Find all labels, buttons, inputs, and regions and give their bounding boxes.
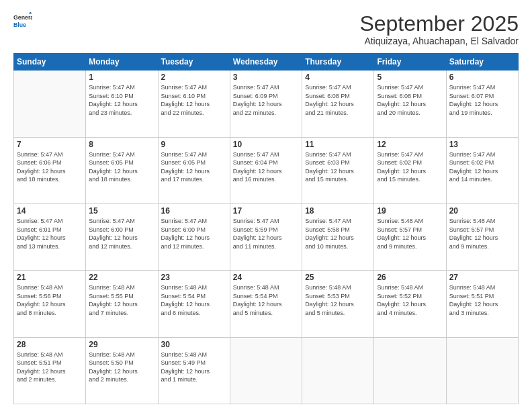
day-number: 8 (89, 140, 154, 149)
day-info: Sunrise: 5:47 AMSunset: 6:04 PMDaylight:… (233, 150, 299, 184)
day-number: 23 (161, 273, 227, 282)
calendar-cell: 30 Sunrise: 5:48 AMSunset: 5:49 PMDaylig… (158, 337, 230, 404)
calendar-cell: 3 Sunrise: 5:47 AMSunset: 6:09 PMDayligh… (230, 71, 302, 137)
month-title: September 2025 (359, 12, 519, 36)
svg-marker-2 (29, 12, 32, 13)
calendar-cell: 21 Sunrise: 5:48 AMSunset: 5:56 PMDaylig… (14, 271, 86, 337)
calendar-week-5: 28 Sunrise: 5:48 AMSunset: 5:51 PMDaylig… (14, 337, 519, 404)
calendar-cell (446, 337, 518, 404)
day-number: 5 (377, 73, 443, 82)
calendar-cell: 14 Sunrise: 5:47 AMSunset: 6:01 PMDaylig… (14, 203, 86, 270)
weekday-header-row: SundayMondayTuesdayWednesdayThursdayFrid… (14, 54, 519, 71)
calendar-cell: 4 Sunrise: 5:47 AMSunset: 6:08 PMDayligh… (302, 71, 374, 137)
calendar-cell (374, 337, 446, 404)
day-number: 26 (377, 273, 443, 282)
day-info: Sunrise: 5:48 AMSunset: 5:52 PMDaylight:… (377, 283, 443, 317)
weekday-header-monday: Monday (86, 54, 158, 71)
day-info: Sunrise: 5:47 AMSunset: 6:01 PMDaylight:… (17, 217, 83, 250)
day-number: 30 (161, 340, 227, 349)
day-info: Sunrise: 5:48 AMSunset: 5:57 PMDaylight:… (449, 217, 515, 250)
day-number: 7 (17, 140, 83, 149)
day-info: Sunrise: 5:47 AMSunset: 5:58 PMDaylight:… (305, 217, 371, 250)
calendar-cell: 20 Sunrise: 5:48 AMSunset: 5:57 PMDaylig… (446, 203, 518, 270)
day-number: 2 (161, 73, 227, 82)
calendar-cell: 5 Sunrise: 5:47 AMSunset: 6:08 PMDayligh… (374, 71, 446, 137)
calendar-cell: 16 Sunrise: 5:47 AMSunset: 6:00 PMDaylig… (158, 203, 230, 270)
calendar-cell: 1 Sunrise: 5:47 AMSunset: 6:10 PMDayligh… (86, 71, 158, 137)
header: General Blue September 2025 Atiquizaya, … (13, 12, 519, 46)
calendar-table: SundayMondayTuesdayWednesdayThursdayFrid… (13, 53, 519, 404)
day-info: Sunrise: 5:48 AMSunset: 5:49 PMDaylight:… (161, 351, 227, 384)
calendar-cell: 15 Sunrise: 5:47 AMSunset: 6:00 PMDaylig… (86, 203, 158, 270)
day-info: Sunrise: 5:48 AMSunset: 5:56 PMDaylight:… (17, 283, 83, 317)
day-number: 3 (233, 73, 299, 82)
day-number: 14 (17, 206, 83, 216)
logo: General Blue (13, 12, 32, 31)
day-info: Sunrise: 5:47 AMSunset: 6:08 PMDaylight:… (305, 83, 371, 117)
day-number: 18 (305, 206, 371, 216)
day-info: Sunrise: 5:48 AMSunset: 5:53 PMDaylight:… (305, 283, 371, 317)
calendar-cell: 27 Sunrise: 5:48 AMSunset: 5:51 PMDaylig… (446, 271, 518, 337)
title-block: September 2025 Atiquizaya, Ahuachapan, E… (359, 12, 519, 46)
calendar-cell: 11 Sunrise: 5:47 AMSunset: 6:03 PMDaylig… (302, 137, 374, 203)
day-info: Sunrise: 5:48 AMSunset: 5:55 PMDaylight:… (89, 283, 154, 317)
svg-text:Blue: Blue (13, 21, 26, 28)
day-number: 22 (89, 273, 154, 282)
day-info: Sunrise: 5:47 AMSunset: 6:02 PMDaylight:… (449, 150, 515, 184)
day-info: Sunrise: 5:48 AMSunset: 5:51 PMDaylight:… (17, 351, 83, 384)
day-info: Sunrise: 5:47 AMSunset: 6:06 PMDaylight:… (17, 150, 83, 184)
day-number: 21 (17, 273, 83, 282)
weekday-header-saturday: Saturday (446, 54, 518, 71)
day-number: 12 (377, 140, 443, 149)
calendar-cell: 25 Sunrise: 5:48 AMSunset: 5:53 PMDaylig… (302, 271, 374, 337)
day-number: 11 (305, 140, 371, 149)
day-number: 4 (305, 73, 371, 82)
calendar-week-1: 1 Sunrise: 5:47 AMSunset: 6:10 PMDayligh… (14, 71, 519, 137)
calendar-cell: 2 Sunrise: 5:47 AMSunset: 6:10 PMDayligh… (158, 71, 230, 137)
calendar-cell (230, 337, 302, 404)
day-info: Sunrise: 5:47 AMSunset: 6:00 PMDaylight:… (161, 217, 227, 250)
calendar-cell: 7 Sunrise: 5:47 AMSunset: 6:06 PMDayligh… (14, 137, 86, 203)
day-number: 17 (233, 206, 299, 216)
calendar-body: 1 Sunrise: 5:47 AMSunset: 6:10 PMDayligh… (14, 71, 519, 404)
day-number: 6 (449, 73, 515, 82)
day-info: Sunrise: 5:47 AMSunset: 6:02 PMDaylight:… (377, 150, 443, 184)
day-number: 20 (449, 206, 515, 216)
page: General Blue September 2025 Atiquizaya, … (0, 0, 532, 411)
weekday-header-sunday: Sunday (14, 54, 86, 71)
calendar-cell: 8 Sunrise: 5:47 AMSunset: 6:05 PMDayligh… (86, 137, 158, 203)
day-info: Sunrise: 5:48 AMSunset: 5:51 PMDaylight:… (449, 283, 515, 317)
day-info: Sunrise: 5:47 AMSunset: 6:00 PMDaylight:… (89, 217, 154, 250)
location-title: Atiquizaya, Ahuachapan, El Salvador (359, 36, 519, 46)
day-number: 24 (233, 273, 299, 282)
day-number: 28 (17, 340, 83, 349)
calendar-cell: 12 Sunrise: 5:47 AMSunset: 6:02 PMDaylig… (374, 137, 446, 203)
calendar-week-2: 7 Sunrise: 5:47 AMSunset: 6:06 PMDayligh… (14, 137, 519, 203)
calendar-cell: 29 Sunrise: 5:48 AMSunset: 5:50 PMDaylig… (86, 337, 158, 404)
weekday-header-friday: Friday (374, 54, 446, 71)
day-info: Sunrise: 5:47 AMSunset: 6:03 PMDaylight:… (305, 150, 371, 184)
day-number: 10 (233, 140, 299, 149)
calendar-week-3: 14 Sunrise: 5:47 AMSunset: 6:01 PMDaylig… (14, 203, 519, 270)
calendar-cell: 26 Sunrise: 5:48 AMSunset: 5:52 PMDaylig… (374, 271, 446, 337)
svg-text:General: General (13, 14, 32, 21)
day-info: Sunrise: 5:47 AMSunset: 5:59 PMDaylight:… (233, 217, 299, 250)
day-number: 15 (89, 206, 154, 216)
day-info: Sunrise: 5:47 AMSunset: 6:07 PMDaylight:… (449, 83, 515, 117)
logo-icon: General Blue (13, 12, 32, 31)
day-number: 9 (161, 140, 227, 149)
day-info: Sunrise: 5:47 AMSunset: 6:10 PMDaylight:… (89, 83, 154, 117)
weekday-header-wednesday: Wednesday (230, 54, 302, 71)
calendar-cell: 18 Sunrise: 5:47 AMSunset: 5:58 PMDaylig… (302, 203, 374, 270)
day-info: Sunrise: 5:47 AMSunset: 6:08 PMDaylight:… (377, 83, 443, 117)
calendar-cell (14, 71, 86, 137)
calendar-cell: 23 Sunrise: 5:48 AMSunset: 5:54 PMDaylig… (158, 271, 230, 337)
calendar-cell: 10 Sunrise: 5:47 AMSunset: 6:04 PMDaylig… (230, 137, 302, 203)
day-info: Sunrise: 5:47 AMSunset: 6:09 PMDaylight:… (233, 83, 299, 117)
calendar-cell: 17 Sunrise: 5:47 AMSunset: 5:59 PMDaylig… (230, 203, 302, 270)
day-number: 29 (89, 340, 154, 349)
day-number: 25 (305, 273, 371, 282)
day-info: Sunrise: 5:48 AMSunset: 5:57 PMDaylight:… (377, 217, 443, 250)
day-number: 19 (377, 206, 443, 216)
calendar-cell: 19 Sunrise: 5:48 AMSunset: 5:57 PMDaylig… (374, 203, 446, 270)
